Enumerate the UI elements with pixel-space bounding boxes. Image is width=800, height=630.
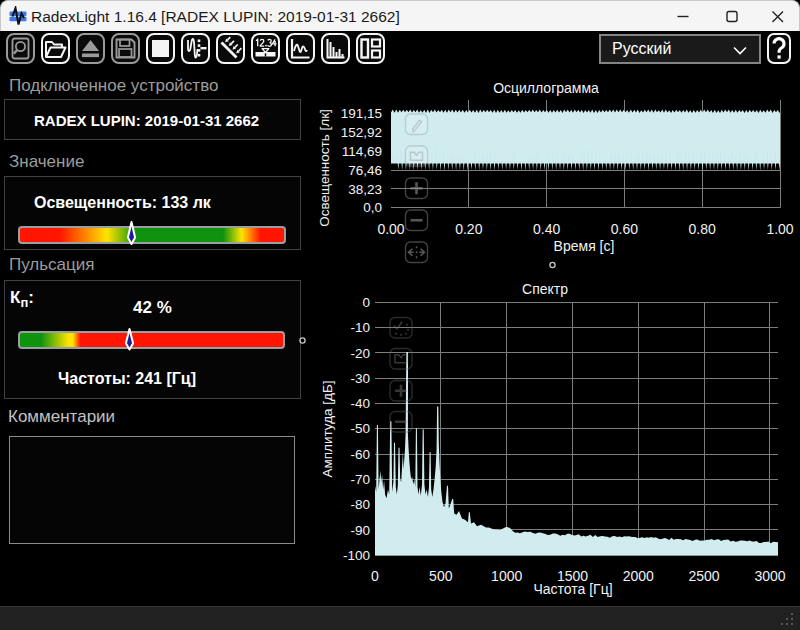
svg-text:0.80: 0.80 (689, 221, 716, 237)
svg-text:38,23: 38,23 (348, 182, 382, 197)
svg-text:Амплитуда [дБ]: Амплитуда [дБ] (320, 380, 335, 477)
svg-text:Осциллограмма: Осциллограмма (493, 80, 599, 96)
svg-text:-100: -100 (343, 548, 370, 563)
svg-text:-40: -40 (350, 396, 370, 411)
svg-text:76,46: 76,46 (348, 163, 382, 178)
svg-text:-60: -60 (350, 447, 370, 462)
svg-text:0: 0 (371, 568, 379, 584)
svg-text:152,92: 152,92 (341, 125, 382, 140)
svg-text:-10: -10 (350, 320, 370, 335)
svg-text:1.00: 1.00 (766, 221, 793, 237)
svg-text:1000: 1000 (491, 568, 522, 584)
svg-text:Освещенность [лк]: Освещенность [лк] (317, 109, 332, 227)
svg-text:-70: -70 (350, 472, 370, 487)
svg-text:3000: 3000 (754, 568, 785, 584)
svg-text:-20: -20 (350, 346, 370, 361)
svg-text:-80: -80 (350, 497, 370, 512)
svg-text:191,15: 191,15 (341, 106, 382, 121)
svg-text:Частота [Гц]: Частота [Гц] (533, 581, 612, 597)
svg-text:0.20: 0.20 (455, 221, 482, 237)
svg-text:-30: -30 (350, 371, 370, 386)
svg-text:-50: -50 (350, 421, 370, 436)
svg-text:0.00: 0.00 (377, 221, 404, 237)
svg-text:114,69: 114,69 (342, 144, 382, 159)
svg-text:0.60: 0.60 (611, 221, 638, 237)
svg-text:0,0: 0,0 (363, 200, 382, 215)
svg-text:Спектр: Спектр (522, 281, 568, 297)
svg-text:500: 500 (429, 568, 453, 584)
svg-text:2500: 2500 (689, 568, 720, 584)
svg-text:2000: 2000 (623, 568, 654, 584)
svg-text:0: 0 (362, 295, 370, 310)
svg-text:Время [с]: Время [с] (554, 238, 615, 254)
svg-text:-90: -90 (350, 523, 370, 538)
svg-text:0.40: 0.40 (533, 221, 560, 237)
